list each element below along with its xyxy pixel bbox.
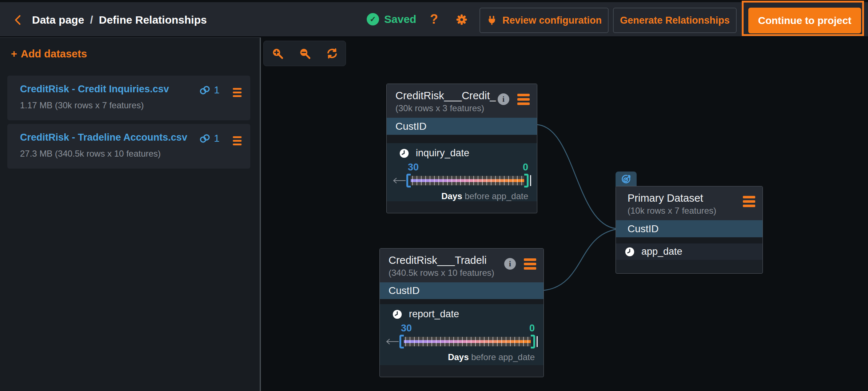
generate-relationships-button[interactable]: Generate Relationships [613, 8, 737, 33]
slider-start-handle[interactable] [399, 335, 404, 348]
join-key-label: CustID [389, 285, 420, 297]
slider-end-cap [530, 175, 531, 186]
node-credit-inquiries[interactable]: CreditRisk___Credit_ (30k rows x 3 featu… [386, 84, 537, 213]
dataset-meta: 27.3 MB (340.5k rows x 10 features) [20, 149, 161, 159]
breadcrumb: Data page / Define Relationships [32, 14, 207, 26]
time-window-section: report_date 30 0 Days before app_date [380, 304, 544, 365]
save-status-label: Saved [384, 13, 416, 25]
plus-icon: + [11, 48, 17, 60]
breadcrumb-section[interactable]: Data page [32, 14, 84, 26]
date-feature-row[interactable]: app_date [616, 243, 763, 260]
canvas-toolbar [263, 41, 346, 66]
node-header: Primary Dataset (10k rows x 7 features) [616, 186, 763, 220]
node-gap [616, 237, 763, 243]
join-key-row[interactable]: CustID [387, 118, 537, 135]
review-configuration-button[interactable]: Review configuration [479, 8, 609, 33]
clock-icon [399, 148, 409, 158]
window-caption: Days before app_date [392, 191, 528, 201]
arrow-left-icon [392, 176, 406, 185]
save-status: ✓ Saved [367, 13, 416, 25]
window-caption: Days before app_date [385, 352, 535, 362]
dataset-name-link[interactable]: CreditRisk - Tradeline Accounts.csv [20, 132, 187, 143]
continue-to-project-button[interactable]: Continue to project [748, 8, 861, 33]
continue-to-project-label: Continue to project [758, 15, 852, 27]
info-icon[interactable]: i [504, 258, 516, 270]
slider-end-handle[interactable] [524, 174, 529, 188]
dataset-meta: 1.17 MB (30k rows x 7 features) [20, 100, 144, 110]
join-key-label: CustID [395, 121, 427, 132]
window-suffix: before app_date [471, 352, 535, 362]
slider-end-cap [537, 336, 538, 347]
continue-highlight-box: Continue to project [742, 1, 864, 36]
node-gap [387, 135, 537, 143]
top-header: Data page / Define Relationships ✓ Saved… [0, 0, 868, 37]
zoom-out-icon[interactable] [299, 47, 311, 60]
window-end-value: 0 [529, 323, 535, 334]
date-field-label: report_date [409, 309, 459, 320]
window-unit: Days [441, 191, 462, 201]
datasets-sidebar: + Add datasets CreditRisk - Credit Inqui… [0, 37, 261, 391]
generate-relationships-label: Generate Relationships [620, 15, 730, 26]
join-key-row[interactable]: CustID [380, 282, 544, 299]
link-count-badge: 1 [199, 84, 220, 96]
node-gap [380, 299, 544, 304]
link-count: 1 [214, 133, 220, 144]
join-key-row[interactable]: CustID [616, 220, 763, 237]
add-datasets-label: Add datasets [21, 48, 87, 60]
clock-icon [392, 309, 402, 319]
link-count-badge: 1 [199, 133, 220, 144]
window-start-value: 30 [408, 162, 419, 173]
dataset-card-credit-inquiries[interactable]: CreditRisk - Credit Inquiries.csv 1.17 M… [7, 76, 250, 120]
node-footer [380, 365, 544, 377]
check-circle-icon: ✓ [367, 13, 379, 25]
node-subtitle: (10k rows x 7 features) [628, 206, 755, 216]
link-count: 1 [214, 84, 220, 96]
window-start-value: 30 [401, 323, 412, 334]
date-field-label: inquiry_date [416, 148, 469, 159]
gear-icon[interactable] [456, 14, 467, 27]
slider-start-handle[interactable] [406, 174, 411, 188]
breadcrumb-separator: / [90, 14, 93, 26]
node-footer [616, 260, 763, 273]
primary-target-badge [616, 172, 637, 187]
zoom-in-icon[interactable] [271, 47, 284, 60]
dataset-name-link[interactable]: CreditRisk - Credit Inquiries.csv [20, 84, 169, 95]
refresh-icon[interactable] [326, 47, 338, 60]
time-window-slider [385, 335, 538, 348]
arrow-left-icon [385, 337, 399, 346]
node-menu-icon[interactable] [517, 94, 530, 105]
node-header: CreditRisk___Tradeli (340.5k rows x 10 f… [380, 249, 544, 282]
window-suffix: before app_date [465, 191, 528, 201]
time-window-section: inquiry_date 30 0 Days before app_date [387, 143, 537, 201]
node-header: CreditRisk___Credit_ (30k rows x 3 featu… [387, 84, 537, 118]
dataset-menu-icon[interactable] [233, 136, 242, 145]
dataset-card-tradeline-accounts[interactable]: CreditRisk - Tradeline Accounts.csv 27.3… [7, 124, 250, 169]
clock-icon [625, 247, 635, 257]
target-icon [620, 173, 632, 185]
join-key-label: CustID [628, 223, 659, 235]
define-relationships-page: Data page / Define Relationships ✓ Saved… [0, 0, 868, 391]
chain-link-icon [199, 85, 210, 95]
date-field-label: app_date [641, 246, 682, 257]
plug-icon [486, 15, 497, 26]
node-primary-dataset[interactable]: Primary Dataset (10k rows x 7 features) … [616, 186, 763, 274]
help-icon[interactable]: ? [430, 12, 438, 27]
window-end-value: 0 [523, 162, 528, 173]
node-menu-icon[interactable] [524, 258, 536, 270]
node-title: Primary Dataset [628, 192, 755, 204]
node-menu-icon[interactable] [743, 196, 755, 207]
add-datasets-button[interactable]: + Add datasets [11, 48, 87, 60]
dataset-menu-icon[interactable] [233, 88, 242, 97]
slider-track [404, 337, 531, 346]
info-icon[interactable]: i [498, 93, 509, 105]
node-footer [387, 201, 537, 213]
chain-link-icon [199, 133, 210, 144]
node-tradeline-accounts[interactable]: CreditRisk___Tradeli (340.5k rows x 10 f… [379, 248, 544, 377]
slider-end-handle[interactable] [531, 335, 535, 348]
page-title: Define Relationships [99, 14, 207, 26]
time-window-slider [392, 174, 531, 188]
back-chevron-icon[interactable] [12, 14, 25, 26]
review-configuration-label: Review configuration [502, 15, 602, 26]
slider-track [411, 176, 524, 185]
window-unit: Days [448, 352, 469, 362]
